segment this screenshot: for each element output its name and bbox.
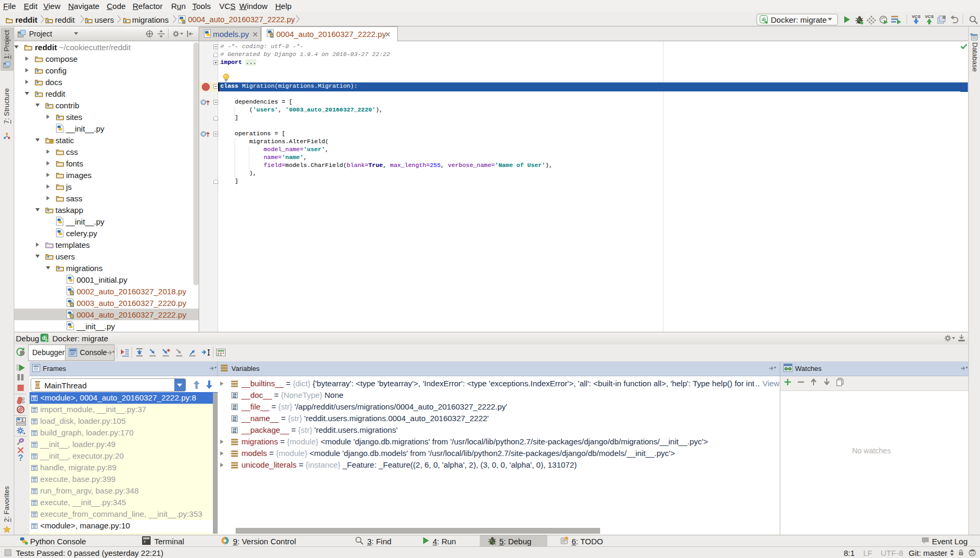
- svg-text:dj: dj: [42, 335, 47, 341]
- svg-text:dj: dj: [762, 17, 766, 22]
- svg-text:01: 01: [233, 418, 237, 422]
- svg-text:01: 01: [233, 430, 237, 434]
- svg-text:01: 01: [233, 395, 237, 399]
- svg-text:VCS: VCS: [912, 14, 921, 19]
- svg-text:VCS: VCS: [925, 14, 934, 19]
- svg-text:01: 01: [233, 407, 237, 411]
